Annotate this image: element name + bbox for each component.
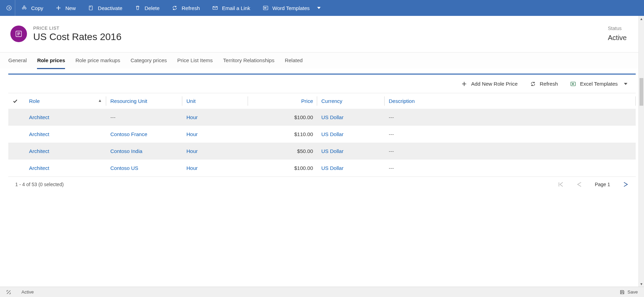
page-main: PRICE LIST US Cost Rates 2016 Status Act… xyxy=(0,16,644,287)
plus-icon xyxy=(56,5,61,11)
subgrid-refresh-button[interactable]: Refresh xyxy=(525,78,564,90)
excel-templates-label: Excel Templates xyxy=(580,81,618,87)
grid-summary: 1 - 4 of 53 (0 selected) xyxy=(15,182,64,187)
cell-description: --- xyxy=(385,143,636,160)
cell-role[interactable]: Architect xyxy=(25,160,106,176)
footer-status: Active xyxy=(21,289,34,295)
select-all-checkbox[interactable] xyxy=(8,93,25,109)
cell-role[interactable]: Architect xyxy=(25,143,106,160)
cell-currency[interactable]: US Dollar xyxy=(317,109,385,126)
vertical-scrollbar[interactable]: ▲ ▼ xyxy=(638,16,644,287)
add-new-role-price-label: Add New Role Price xyxy=(471,81,517,87)
deactivate-button[interactable]: Deactivate xyxy=(82,0,129,16)
tab-role-prices[interactable]: Role prices xyxy=(37,52,65,69)
cell-description: --- xyxy=(385,160,636,176)
pager-next-button[interactable] xyxy=(623,182,629,187)
scroll-up-icon: ▲ xyxy=(639,16,644,21)
copy-button[interactable]: Copy xyxy=(15,0,49,16)
command-bar: Copy New Deactivate Delete Refresh Email… xyxy=(0,0,644,16)
delete-label: Delete xyxy=(145,5,159,11)
price-list-icon xyxy=(15,30,22,38)
cell-role[interactable]: Architect xyxy=(25,109,106,126)
cell-role[interactable]: Architect xyxy=(25,126,106,143)
tab-territory-relationships[interactable]: Territory Relationships xyxy=(223,52,274,69)
cell-resourcing-unit: --- xyxy=(106,109,182,126)
copy-icon xyxy=(21,5,27,11)
word-templates-button[interactable]: Word Templates xyxy=(257,0,327,16)
prev-page-icon xyxy=(576,182,582,187)
cell-unit[interactable]: Hour xyxy=(182,126,248,143)
cell-resourcing-unit[interactable]: Contoso US xyxy=(106,160,182,176)
role-prices-subgrid: Add New Role Price Refresh Excel Templat… xyxy=(8,74,636,287)
email-link-label: Email a Link xyxy=(222,5,250,11)
tab-price-list-items[interactable]: Price List Items xyxy=(177,52,213,69)
plus-icon xyxy=(461,81,467,87)
refresh-label: Refresh xyxy=(182,5,200,11)
cell-currency[interactable]: US Dollar xyxy=(317,143,385,160)
cell-description: --- xyxy=(385,126,636,143)
grid-footer: 1 - 4 of 53 (0 selected) Page 1 xyxy=(8,176,636,192)
col-unit[interactable]: Unit xyxy=(182,93,248,109)
scroll-down-icon: ▼ xyxy=(639,281,644,287)
col-price[interactable]: Price xyxy=(248,93,317,109)
tab-general[interactable]: General xyxy=(8,52,27,69)
chevron-down-icon xyxy=(317,7,321,9)
col-resourcing-unit[interactable]: Resourcing Unit xyxy=(106,93,182,109)
table-row[interactable]: Architect---Hour$100.00US Dollar--- xyxy=(8,109,636,126)
first-page-icon xyxy=(558,182,564,187)
row-checkbox[interactable] xyxy=(8,126,25,143)
excel-templates-button[interactable]: Excel Templates xyxy=(565,78,633,90)
record-header: PRICE LIST US Cost Rates 2016 Status Act… xyxy=(0,16,644,52)
cell-resourcing-unit[interactable]: Contoso France xyxy=(106,126,182,143)
deactivate-label: Deactivate xyxy=(98,5,122,11)
status-value: Active xyxy=(608,34,627,42)
tab-bar: General Role prices Role price markups C… xyxy=(0,52,644,69)
subgrid-toolbar: Add New Role Price Refresh Excel Templat… xyxy=(8,75,636,93)
chevron-down-icon xyxy=(624,83,627,85)
cell-unit[interactable]: Hour xyxy=(182,160,248,176)
cell-unit[interactable]: Hour xyxy=(182,143,248,160)
cell-resourcing-unit[interactable]: Contoso India xyxy=(106,143,182,160)
table-row[interactable]: ArchitectContoso FranceHour$110.00US Dol… xyxy=(8,126,636,143)
tab-category-prices[interactable]: Category prices xyxy=(130,52,167,69)
entity-avatar xyxy=(10,26,27,42)
pager-first-button[interactable] xyxy=(558,182,564,187)
word-templates-label: Word Templates xyxy=(273,5,310,11)
table-row[interactable]: ArchitectContoso USHour$100.00US Dollar-… xyxy=(8,160,636,176)
tab-related[interactable]: Related xyxy=(285,52,303,69)
sort-asc-icon: ▲ xyxy=(98,98,102,103)
copy-label: Copy xyxy=(31,5,43,11)
word-icon xyxy=(263,5,268,11)
new-button[interactable]: New xyxy=(49,0,82,16)
save-button[interactable]: Save xyxy=(620,289,638,295)
table-row[interactable]: ArchitectContoso IndiaHour$50.00US Dolla… xyxy=(8,143,636,160)
cell-currency[interactable]: US Dollar xyxy=(317,160,385,176)
col-currency[interactable]: Currency xyxy=(317,93,385,109)
next-page-icon xyxy=(623,182,629,187)
status-bar: Active Save xyxy=(0,287,644,297)
row-checkbox[interactable] xyxy=(8,109,25,126)
refresh-button[interactable]: Refresh xyxy=(166,0,206,16)
cell-currency[interactable]: US Dollar xyxy=(317,126,385,143)
open-nav-button[interactable] xyxy=(3,0,15,16)
add-new-role-price-button[interactable]: Add New Role Price xyxy=(456,78,523,90)
cell-unit[interactable]: Hour xyxy=(182,109,248,126)
scrollbar-thumb[interactable] xyxy=(640,78,643,106)
refresh-icon xyxy=(172,5,177,11)
tab-role-price-markups[interactable]: Role price markups xyxy=(75,52,120,69)
expand-icon[interactable] xyxy=(6,290,11,295)
row-checkbox[interactable] xyxy=(8,160,25,176)
row-checkbox[interactable] xyxy=(8,143,25,160)
check-icon xyxy=(12,98,18,104)
pager-prev-button[interactable] xyxy=(576,182,582,187)
status-label: Status xyxy=(608,26,627,31)
email-link-button[interactable]: Email a Link xyxy=(206,0,257,16)
cell-description: --- xyxy=(385,109,636,126)
col-description[interactable]: Description xyxy=(385,93,636,109)
page-label: Page 1 xyxy=(595,182,610,187)
excel-icon xyxy=(570,81,576,87)
delete-button[interactable]: Delete xyxy=(129,0,166,16)
col-role[interactable]: Role ▲ xyxy=(25,93,106,109)
chevron-circled-icon xyxy=(6,5,12,11)
cell-price: $110.00 xyxy=(248,126,317,143)
